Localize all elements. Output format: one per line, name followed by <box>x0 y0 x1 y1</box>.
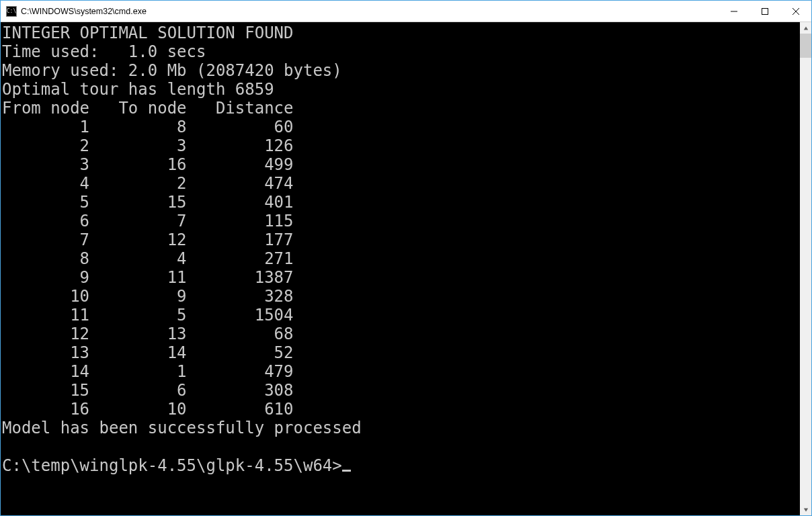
svg-rect-0 <box>762 8 768 14</box>
cmd-app-icon: C:\ <box>6 6 17 17</box>
scrollbar-track[interactable] <box>800 34 811 504</box>
scroll-down-button[interactable] <box>800 504 811 515</box>
scrollbar-thumb[interactable] <box>800 34 811 58</box>
titlebar[interactable]: C:\ C:\WINDOWS\system32\cmd.exe <box>1 1 811 22</box>
cursor <box>342 470 351 472</box>
close-button[interactable] <box>780 1 811 22</box>
window-title: C:\WINDOWS\system32\cmd.exe <box>21 7 147 16</box>
minimize-button[interactable] <box>719 1 749 22</box>
terminal-output[interactable]: INTEGER OPTIMAL SOLUTION FOUND Time used… <box>1 22 800 515</box>
vertical-scrollbar[interactable] <box>800 22 811 515</box>
scroll-up-button[interactable] <box>800 22 811 34</box>
maximize-button[interactable] <box>749 1 780 22</box>
client-area: INTEGER OPTIMAL SOLUTION FOUND Time used… <box>1 22 811 515</box>
cmd-window: C:\ C:\WINDOWS\system32\cmd.exe INTEGER … <box>0 0 812 516</box>
